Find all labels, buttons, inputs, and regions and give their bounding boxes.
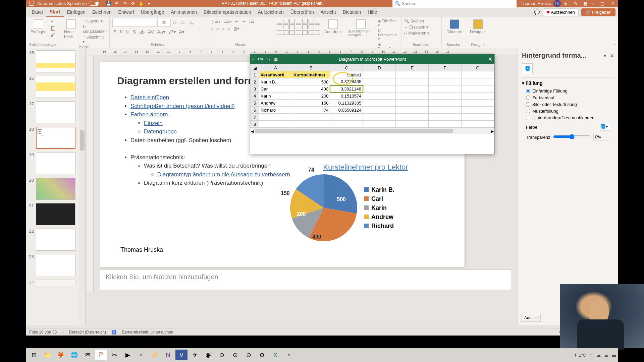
cut-icon[interactable]: ✂ (50, 19, 56, 24)
tab-einfuegen[interactable]: Einfügen (64, 7, 89, 17)
tab-ansicht[interactable]: Ansicht (317, 7, 339, 17)
cell-d3[interactable] (363, 85, 396, 93)
datasheet-close-button[interactable]: ✕ (488, 56, 492, 62)
cell-a3[interactable]: Carl (259, 85, 292, 93)
select-button[interactable]: ▻ Markieren ▾ (404, 31, 429, 36)
transparency-value[interactable]: 0% (593, 134, 610, 140)
ds-undo-icon[interactable]: ↶▾ (257, 57, 263, 62)
collapse-ribbon-icon[interactable]: ⌄ (613, 41, 616, 46)
taskbar-chrome[interactable]: 🌐 (68, 350, 80, 360)
reset-button[interactable]: ↻ Zurücksetzen (83, 24, 107, 34)
taskbar-app3[interactable]: V (175, 350, 187, 360)
row-header-7[interactable]: 7 (251, 114, 259, 121)
taskbar-app6[interactable]: ⊙ (229, 350, 241, 360)
cell-d1[interactable] (363, 71, 396, 78)
tab-hilfe[interactable]: Hilfe (364, 7, 380, 17)
cell-c5[interactable]: 0,11329305 (330, 100, 363, 107)
radio-picture-fill[interactable]: Bild- oder Texturfüllung (526, 102, 614, 107)
bold-button[interactable]: F (112, 29, 117, 35)
thumbnail-18[interactable]: 18━━━━• ━━• ━━ ● (27, 127, 84, 149)
calendar-icon[interactable]: ▦ (583, 1, 587, 6)
case-button[interactable]: Aa▾ (156, 29, 166, 35)
font-family-combo[interactable] (112, 19, 156, 27)
decrease-font-icon[interactable]: A↓ (180, 20, 187, 25)
new-slide-button[interactable]: Neue Folie (62, 19, 80, 40)
datasheet-h-scrollbar[interactable]: ◂▸ (250, 128, 494, 134)
tab-animationen[interactable]: Animationen (167, 7, 200, 17)
cell-c6[interactable]: 0,05589124 (330, 107, 363, 114)
tab-aufzeichnen[interactable]: Aufzeichnen (255, 7, 287, 17)
thumbnail-21[interactable]: 21 (27, 203, 84, 225)
fill-category-icon[interactable]: 🪣 (522, 63, 533, 74)
spacing-button[interactable]: AV (147, 29, 155, 35)
section-fuellung[interactable]: ▾ Füllung (522, 80, 614, 86)
font-color-button[interactable]: A▾ (178, 29, 185, 35)
system-tray[interactable]: ☀ 1°C ⌃ ☁ ☁ ▬ (574, 353, 616, 358)
thumbnail-17[interactable]: 17 (27, 101, 84, 123)
tab-ueberpruefen[interactable]: Überprüfen (287, 7, 317, 17)
maximize-button[interactable]: ▢ (600, 1, 604, 6)
apply-all-button[interactable]: Auf alle (521, 314, 541, 322)
replace-button[interactable]: ↔ Ersetzen ▾ (404, 25, 429, 29)
row-header-1[interactable]: 1 (251, 71, 259, 78)
highlight-button[interactable]: 🖍▾ (168, 29, 177, 35)
tray-cloud-icon[interactable]: ☁ (596, 353, 601, 358)
align-center-button[interactable]: ≡ (215, 26, 220, 32)
increase-font-icon[interactable]: A↑ (172, 20, 179, 25)
radio-pattern-fill[interactable]: Musterfüllung (526, 109, 614, 114)
record-button[interactable]: Aufzeichnen (543, 8, 579, 16)
dropdown-icon[interactable]: ▾ (146, 1, 152, 6)
cell-b3[interactable]: 400 (292, 85, 330, 93)
cell-a5[interactable]: Andrew (259, 100, 292, 107)
thumbnail-scrollbar[interactable] (79, 48, 85, 325)
cell-a4[interactable]: Karin (259, 93, 292, 100)
designer-button[interactable]: Designer (468, 19, 488, 35)
row-header-8[interactable]: 8 (251, 121, 259, 128)
close-button[interactable]: ✕ (611, 1, 615, 6)
bullet-daten-einfuegen[interactable]: Daten einfügen (130, 94, 169, 101)
refresh-icon[interactable]: ⟳ (130, 1, 136, 6)
accessibility-icon[interactable]: ♿ (111, 330, 116, 335)
col-header-g[interactable]: G (462, 64, 494, 71)
status-lang-icon[interactable]: ▫ (62, 330, 63, 335)
status-slide-number[interactable]: Folie 18 von 33 (29, 330, 57, 335)
bullet-schriftgroessen[interactable]: Schriftgrößen ändern (gesamt/individuell… (130, 103, 235, 109)
start-button[interactable]: ⊞ (28, 350, 40, 360)
pane-close-icon[interactable]: ✕ (610, 53, 614, 58)
col-header-e[interactable]: E (396, 64, 429, 71)
taskbar-powerpoint[interactable]: P (95, 350, 107, 360)
copy-icon[interactable]: 📋 (50, 25, 56, 31)
cell-c2[interactable]: 0,3778435 (330, 78, 363, 85)
undo-icon[interactable]: ↶ (114, 1, 119, 6)
layout-button[interactable]: ▭ Layout ▾ (83, 19, 107, 23)
tray-chevron-icon[interactable]: ⌃ (589, 353, 593, 358)
taskbar-app5[interactable]: ⊙ (216, 350, 228, 360)
shape-fill-button[interactable]: ◆ Fülleffekt ▾ (378, 19, 398, 27)
shadow-button[interactable]: ab (138, 29, 146, 35)
thumbnail-19[interactable]: 19 (27, 152, 84, 174)
cell-b1[interactable]: Kursteilnehmer (292, 71, 330, 78)
radio-solid-fill[interactable]: Einfarbige Füllung (526, 88, 614, 94)
cell-c4[interactable]: 0,1510574 (330, 93, 363, 100)
tab-datei[interactable]: Datei (29, 7, 46, 17)
minimize-button[interactable]: ─ (591, 1, 594, 6)
bullet-datengruppe[interactable]: Datengruppe (144, 128, 177, 135)
align-right-button[interactable]: ≡ (221, 26, 225, 32)
tray-onedrive-icon[interactable]: ☁ (604, 353, 608, 358)
shape-outline-button[interactable]: ☐ Formkontur ▾ (378, 28, 398, 41)
status-language[interactable]: Deutsch (Österreich) (69, 330, 106, 335)
thumbnail-22[interactable]: 22 (27, 229, 84, 251)
cell-d2[interactable] (363, 78, 396, 85)
search-box[interactable]: 🔍 Suchen (392, 0, 517, 8)
dictate-button[interactable]: Diktieren (444, 19, 464, 35)
font-size-combo[interactable]: 20 (157, 19, 171, 27)
tab-start[interactable]: Start (46, 7, 64, 17)
datasheet-grid[interactable]: ◢ A B C D E F G 1 Verantwortl Kursteilne… (250, 64, 494, 128)
row-header-4[interactable]: 4 (251, 93, 259, 100)
diamond-icon[interactable]: ◈ (564, 1, 568, 6)
ds-redo-icon[interactable]: ↷ (267, 57, 270, 62)
col-header-c[interactable]: C (330, 64, 363, 71)
check-hide-bg-graphics[interactable]: Hintergrundgrafiken ausblenden (526, 115, 614, 120)
thumbnail-20[interactable]: 20 (27, 178, 84, 200)
share-button[interactable]: 🔗 Freigeben (581, 8, 615, 16)
